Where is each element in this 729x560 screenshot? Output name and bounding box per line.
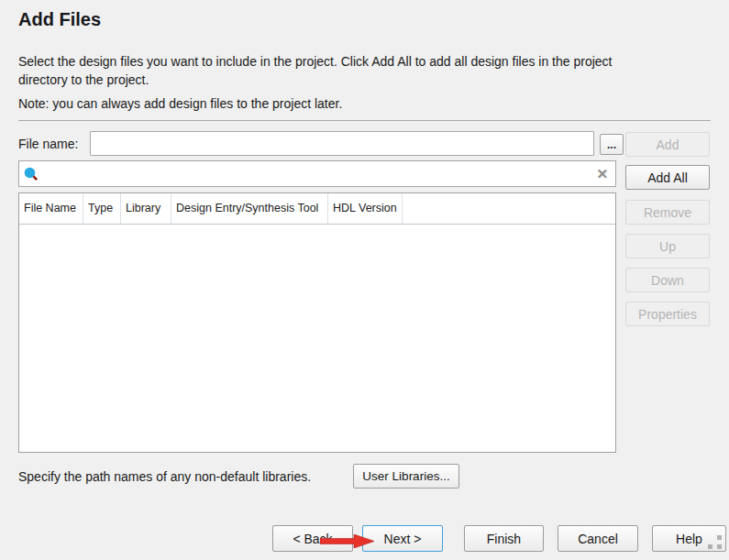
column-header-library[interactable]: Library bbox=[121, 193, 171, 224]
next-button[interactable]: Next > bbox=[362, 525, 443, 552]
up-button[interactable]: Up bbox=[625, 234, 710, 258]
header-divider bbox=[18, 120, 711, 121]
filter-input[interactable] bbox=[39, 163, 596, 185]
clear-x-icon[interactable]: ✕ bbox=[596, 167, 608, 181]
files-table-header: File Name Type Library Design Entry/Synt… bbox=[19, 193, 615, 225]
files-table-body bbox=[19, 225, 615, 454]
column-header-type[interactable]: Type bbox=[83, 193, 121, 224]
window-resize-grip[interactable] bbox=[708, 535, 722, 549]
add-all-button[interactable]: Add All bbox=[625, 165, 710, 190]
user-libraries-button[interactable]: User Libraries... bbox=[353, 464, 459, 489]
file-name-input[interactable] bbox=[90, 131, 594, 156]
page-description: Select the design files you want to incl… bbox=[18, 52, 701, 89]
file-name-label: File name: bbox=[18, 137, 78, 151]
column-header-file-name[interactable]: File Name bbox=[19, 193, 83, 224]
magnifier-icon bbox=[24, 167, 39, 181]
down-button[interactable]: Down bbox=[625, 268, 710, 292]
back-button[interactable]: < Back bbox=[272, 525, 353, 552]
page-title: Add Files bbox=[18, 9, 101, 30]
user-libraries-label: Specify the path names of any non-defaul… bbox=[18, 469, 311, 484]
properties-button[interactable]: Properties bbox=[625, 302, 710, 326]
column-header-filler bbox=[403, 193, 615, 224]
browse-button[interactable]: ... bbox=[600, 134, 624, 155]
remove-button[interactable]: Remove bbox=[625, 200, 710, 225]
finish-button[interactable]: Finish bbox=[464, 525, 544, 552]
add-button[interactable]: Add bbox=[625, 132, 710, 157]
column-header-design-entry-synthesis-tool[interactable]: Design Entry/Synthesis Tool bbox=[171, 193, 328, 224]
column-header-hdl-version[interactable]: HDL Version bbox=[328, 193, 403, 224]
filter-searchbox[interactable]: ✕ bbox=[18, 160, 616, 187]
files-table[interactable]: File Name Type Library Design Entry/Synt… bbox=[18, 192, 616, 453]
cancel-button[interactable]: Cancel bbox=[558, 525, 638, 552]
page-note: Note: you can always add design files to… bbox=[18, 96, 701, 111]
